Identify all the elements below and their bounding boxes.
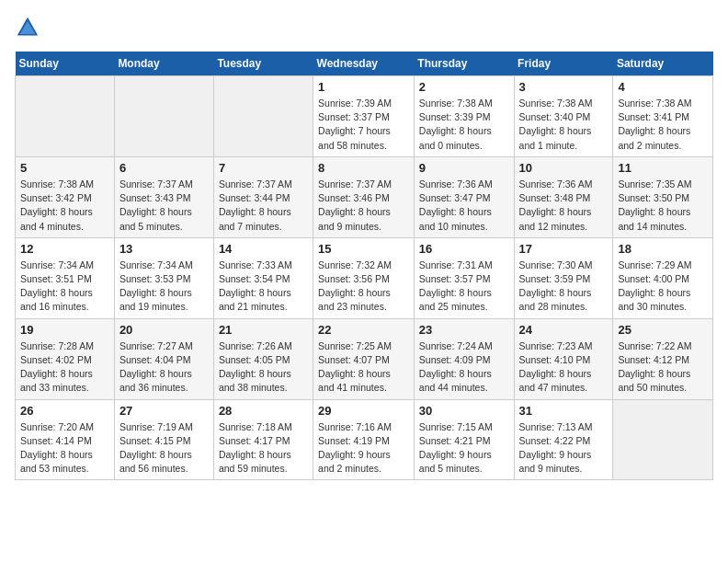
day-info: Sunrise: 7:13 AM Sunset: 4:22 PM Dayligh… — [519, 420, 609, 477]
calendar-table: SundayMondayTuesdayWednesdayThursdayFrid… — [15, 52, 713, 480]
day-info: Sunrise: 7:28 AM Sunset: 4:02 PM Dayligh… — [20, 339, 109, 396]
day-number: 14 — [219, 242, 308, 256]
day-info: Sunrise: 7:24 AM Sunset: 4:09 PM Dayligh… — [419, 339, 509, 396]
day-number: 22 — [318, 323, 409, 337]
day-info: Sunrise: 7:32 AM Sunset: 3:56 PM Dayligh… — [318, 259, 409, 315]
calendar-cell: 6Sunrise: 7:37 AM Sunset: 3:43 PM Daylig… — [114, 156, 213, 237]
calendar-cell — [213, 76, 313, 157]
calendar-cell — [16, 76, 115, 157]
day-number: 2 — [419, 80, 509, 94]
day-info: Sunrise: 7:30 AM Sunset: 3:59 PM Dayligh… — [519, 259, 609, 315]
day-number: 1 — [318, 80, 409, 94]
calendar-cell: 1Sunrise: 7:39 AM Sunset: 3:37 PM Daylig… — [313, 76, 415, 157]
calendar-cell — [114, 76, 213, 157]
day-number: 28 — [219, 404, 308, 418]
day-number: 7 — [219, 161, 308, 175]
day-info: Sunrise: 7:15 AM Sunset: 4:21 PM Dayligh… — [419, 420, 509, 477]
calendar-cell: 9Sunrise: 7:36 AM Sunset: 3:47 PM Daylig… — [414, 156, 514, 237]
calendar-cell: 14Sunrise: 7:33 AM Sunset: 3:54 PM Dayli… — [213, 237, 313, 318]
calendar-cell: 2Sunrise: 7:38 AM Sunset: 3:39 PM Daylig… — [414, 76, 514, 157]
calendar-cell: 26Sunrise: 7:20 AM Sunset: 4:14 PM Dayli… — [16, 399, 115, 480]
day-info: Sunrise: 7:37 AM Sunset: 3:44 PM Dayligh… — [219, 178, 308, 234]
day-number: 11 — [618, 161, 708, 175]
calendar-week-row: 12Sunrise: 7:34 AM Sunset: 3:51 PM Dayli… — [16, 237, 713, 318]
calendar-cell: 3Sunrise: 7:38 AM Sunset: 3:40 PM Daylig… — [514, 76, 613, 157]
calendar-week-row: 26Sunrise: 7:20 AM Sunset: 4:14 PM Dayli… — [16, 399, 713, 480]
day-number: 10 — [519, 161, 609, 175]
day-number: 3 — [519, 80, 609, 94]
calendar-cell: 23Sunrise: 7:24 AM Sunset: 4:09 PM Dayli… — [414, 318, 514, 399]
calendar-header: SundayMondayTuesdayWednesdayThursdayFrid… — [16, 52, 713, 76]
day-number: 30 — [419, 404, 509, 418]
day-number: 6 — [119, 161, 209, 175]
day-number: 19 — [20, 323, 109, 337]
day-number: 18 — [618, 242, 708, 256]
calendar-cell: 7Sunrise: 7:37 AM Sunset: 3:44 PM Daylig… — [213, 156, 313, 237]
calendar-cell — [613, 399, 713, 480]
day-number: 12 — [20, 242, 109, 256]
weekday-header: Tuesday — [213, 52, 313, 76]
calendar-cell: 4Sunrise: 7:38 AM Sunset: 3:41 PM Daylig… — [613, 76, 713, 157]
day-number: 9 — [419, 161, 509, 175]
calendar-cell: 20Sunrise: 7:27 AM Sunset: 4:04 PM Dayli… — [114, 318, 213, 399]
day-info: Sunrise: 7:36 AM Sunset: 3:47 PM Dayligh… — [419, 178, 509, 234]
calendar-week-row: 5Sunrise: 7:38 AM Sunset: 3:42 PM Daylig… — [16, 156, 713, 237]
calendar-cell: 31Sunrise: 7:13 AM Sunset: 4:22 PM Dayli… — [514, 399, 613, 480]
calendar-cell: 12Sunrise: 7:34 AM Sunset: 3:51 PM Dayli… — [16, 237, 115, 318]
day-number: 29 — [318, 404, 409, 418]
day-info: Sunrise: 7:34 AM Sunset: 3:53 PM Dayligh… — [119, 259, 209, 315]
calendar-cell: 11Sunrise: 7:35 AM Sunset: 3:50 PM Dayli… — [613, 156, 713, 237]
day-info: Sunrise: 7:19 AM Sunset: 4:15 PM Dayligh… — [119, 420, 209, 477]
day-number: 31 — [519, 404, 609, 418]
day-number: 27 — [119, 404, 209, 418]
day-number: 16 — [419, 242, 509, 256]
calendar-cell: 13Sunrise: 7:34 AM Sunset: 3:53 PM Dayli… — [114, 237, 213, 318]
day-number: 25 — [618, 323, 708, 337]
calendar-cell: 5Sunrise: 7:38 AM Sunset: 3:42 PM Daylig… — [16, 156, 115, 237]
day-info: Sunrise: 7:31 AM Sunset: 3:57 PM Dayligh… — [419, 259, 509, 315]
day-info: Sunrise: 7:39 AM Sunset: 3:37 PM Dayligh… — [318, 97, 409, 153]
day-number: 15 — [318, 242, 409, 256]
day-info: Sunrise: 7:38 AM Sunset: 3:39 PM Dayligh… — [419, 97, 509, 153]
calendar-cell: 19Sunrise: 7:28 AM Sunset: 4:02 PM Dayli… — [16, 318, 115, 399]
day-info: Sunrise: 7:27 AM Sunset: 4:04 PM Dayligh… — [119, 339, 209, 396]
day-info: Sunrise: 7:18 AM Sunset: 4:17 PM Dayligh… — [219, 420, 308, 477]
calendar-cell: 29Sunrise: 7:16 AM Sunset: 4:19 PM Dayli… — [313, 399, 415, 480]
page-header — [15, 15, 713, 40]
calendar-cell: 24Sunrise: 7:23 AM Sunset: 4:10 PM Dayli… — [514, 318, 613, 399]
day-number: 8 — [318, 161, 409, 175]
weekday-header: Friday — [514, 52, 613, 76]
day-info: Sunrise: 7:26 AM Sunset: 4:05 PM Dayligh… — [219, 339, 308, 396]
day-number: 23 — [419, 323, 509, 337]
day-info: Sunrise: 7:38 AM Sunset: 3:40 PM Dayligh… — [519, 97, 609, 153]
day-number: 4 — [618, 80, 708, 94]
day-info: Sunrise: 7:16 AM Sunset: 4:19 PM Dayligh… — [318, 420, 409, 477]
day-info: Sunrise: 7:37 AM Sunset: 3:46 PM Dayligh… — [318, 178, 409, 234]
day-info: Sunrise: 7:34 AM Sunset: 3:51 PM Dayligh… — [20, 259, 109, 315]
calendar-week-row: 1Sunrise: 7:39 AM Sunset: 3:37 PM Daylig… — [16, 76, 713, 157]
day-info: Sunrise: 7:36 AM Sunset: 3:48 PM Dayligh… — [519, 178, 609, 234]
calendar-cell: 22Sunrise: 7:25 AM Sunset: 4:07 PM Dayli… — [313, 318, 415, 399]
calendar-cell: 8Sunrise: 7:37 AM Sunset: 3:46 PM Daylig… — [313, 156, 415, 237]
day-info: Sunrise: 7:35 AM Sunset: 3:50 PM Dayligh… — [618, 178, 708, 234]
day-info: Sunrise: 7:33 AM Sunset: 3:54 PM Dayligh… — [219, 259, 308, 315]
calendar-cell: 30Sunrise: 7:15 AM Sunset: 4:21 PM Dayli… — [414, 399, 514, 480]
weekday-header: Monday — [114, 52, 213, 76]
calendar-cell: 27Sunrise: 7:19 AM Sunset: 4:15 PM Dayli… — [114, 399, 213, 480]
weekday-header: Wednesday — [313, 52, 415, 76]
day-info: Sunrise: 7:37 AM Sunset: 3:43 PM Dayligh… — [119, 178, 209, 234]
calendar-cell: 18Sunrise: 7:29 AM Sunset: 4:00 PM Dayli… — [613, 237, 713, 318]
day-info: Sunrise: 7:23 AM Sunset: 4:10 PM Dayligh… — [519, 339, 609, 396]
day-info: Sunrise: 7:22 AM Sunset: 4:12 PM Dayligh… — [618, 339, 708, 396]
day-info: Sunrise: 7:29 AM Sunset: 4:00 PM Dayligh… — [618, 259, 708, 315]
calendar-cell: 28Sunrise: 7:18 AM Sunset: 4:17 PM Dayli… — [213, 399, 313, 480]
day-number: 20 — [119, 323, 209, 337]
logo — [15, 15, 46, 40]
day-number: 17 — [519, 242, 609, 256]
calendar-week-row: 19Sunrise: 7:28 AM Sunset: 4:02 PM Dayli… — [16, 318, 713, 399]
weekday-header: Sunday — [16, 52, 115, 76]
weekday-header: Saturday — [613, 52, 713, 76]
calendar-cell: 16Sunrise: 7:31 AM Sunset: 3:57 PM Dayli… — [414, 237, 514, 318]
day-number: 13 — [119, 242, 209, 256]
calendar-cell: 10Sunrise: 7:36 AM Sunset: 3:48 PM Dayli… — [514, 156, 613, 237]
